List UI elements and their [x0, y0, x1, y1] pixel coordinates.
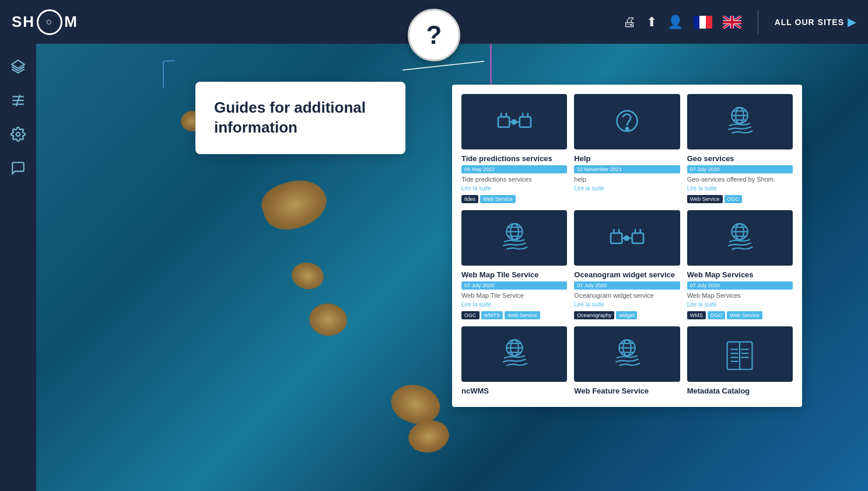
guide-card-desc: Geo-services offered by Shom. [687, 176, 793, 183]
guide-card-tags: WMSOGCWeb Service [687, 311, 793, 319]
guide-card-tags: tidesWeb Service [461, 195, 567, 203]
help-button[interactable]: ? [408, 9, 460, 61]
all-sites-arrow: ▶ [848, 16, 856, 29]
guide-card-image [687, 210, 793, 266]
guide-tag: OGC [708, 311, 726, 319]
guide-card[interactable]: Web Map Services07 July 2020Web Map Serv… [687, 210, 793, 319]
all-sites-button[interactable]: ALL OUR SITES ▶ [775, 16, 856, 29]
svg-rect-39 [632, 233, 643, 243]
guide-card[interactable]: Metadata Catalog [687, 326, 793, 398]
guide-card-link[interactable]: Lire la suite [687, 185, 793, 191]
guide-card-title: Geo services [687, 154, 793, 163]
logo[interactable]: SH ○ M [12, 9, 78, 35]
guide-card-link[interactable]: Lire la suite [574, 185, 680, 191]
guide-card-date: 07 July 2020 [687, 165, 793, 173]
guide-card-title: Tide predictions services [461, 154, 567, 163]
sidebar-item-settings[interactable] [7, 123, 29, 145]
guide-card-image [574, 210, 680, 266]
sidebar-item-chat[interactable] [7, 157, 29, 179]
guide-tag: widget [616, 311, 637, 319]
guide-card-title: Oceanogram widget service [574, 270, 680, 279]
guide-card-image [461, 210, 567, 266]
svg-rect-17 [498, 117, 509, 127]
guide-card-tags: Oceanographywidget [574, 311, 680, 319]
guides-panel[interactable]: Tide predictions services09 May 2022Tide… [452, 85, 802, 407]
share-icon[interactable]: ⬆ [646, 15, 657, 30]
guide-tag: Oceanography [574, 311, 614, 319]
guide-card-desc: help [574, 176, 680, 183]
guide-tag: OGC [461, 311, 480, 319]
guide-tag: WMS [687, 311, 706, 319]
user-icon[interactable]: 👤 [667, 15, 683, 30]
svg-rect-38 [611, 233, 622, 243]
guide-card-desc: Web Map Tile Service [461, 292, 567, 299]
callout-box: Guides for additional information [195, 82, 405, 154]
guide-card-link[interactable]: Lire la suite [687, 301, 793, 308]
guide-tag: Web Service [727, 311, 762, 319]
sidebar [0, 44, 36, 491]
guide-card-tags: OGCWMTSWeb Service [461, 311, 567, 319]
french-flag[interactable] [694, 16, 712, 29]
guide-card-link[interactable]: Lire la suite [461, 301, 567, 308]
guide-card-link[interactable]: Lire la suite [574, 301, 680, 308]
header-divider [758, 11, 758, 34]
print-icon[interactable]: 🖨 [623, 15, 636, 30]
guide-card-title: ncWMS [461, 386, 567, 395]
logo-circle: ○ [37, 9, 62, 35]
guide-card-date: 07 July 2020 [687, 281, 793, 290]
svg-point-27 [626, 127, 628, 130]
guide-card-date: 07 July 2020 [574, 281, 680, 290]
guide-card-image [574, 326, 680, 382]
guide-card-image [574, 94, 680, 149]
guide-card-image [461, 94, 567, 149]
guide-card-title: Web Feature Service [574, 386, 680, 395]
logo-text-sh: SH [12, 13, 35, 31]
guide-card-tags: Web ServiceOGC [687, 195, 793, 203]
guide-tag: Web Service [687, 195, 723, 203]
guide-tag: Web Service [480, 195, 516, 203]
guide-card-link[interactable]: Lire la suite [461, 185, 567, 191]
guide-card-image [687, 94, 793, 149]
guide-card[interactable]: Help22 November 2021helpLire la suite [574, 94, 680, 203]
guide-card-desc: Tide predictions services [461, 176, 567, 183]
callout-title: Guides for additional information [214, 98, 387, 138]
header-actions: 🖨 ⬆ 👤 ALL OUR SITES ▶ [623, 11, 856, 34]
guide-card[interactable]: Oceanogram widget service07 July 2020Oce… [574, 210, 680, 319]
guide-card-title: Help [574, 154, 680, 163]
guide-tag: Web Service [505, 311, 540, 319]
guide-tag: tides [461, 195, 478, 203]
svg-point-42 [625, 236, 629, 240]
guide-card-image [461, 326, 567, 382]
guide-card[interactable]: Geo services07 July 2020Geo-services off… [687, 94, 793, 203]
guide-card[interactable]: Tide predictions services09 May 2022Tide… [461, 94, 567, 203]
guide-card-title: Web Map Tile Service [461, 270, 567, 279]
guide-card-desc: Web Map Services [687, 292, 793, 299]
guide-card-date: 22 November 2021 [574, 165, 680, 173]
svg-rect-18 [519, 117, 530, 127]
guide-card-desc: Oceanogram widget service [574, 292, 680, 299]
guide-card-title: Metadata Catalog [687, 386, 793, 395]
sidebar-item-layers[interactable] [7, 55, 29, 78]
guide-card[interactable]: Web Feature Service [574, 326, 680, 398]
sidebar-item-tools[interactable] [7, 89, 29, 112]
svg-point-15 [16, 133, 20, 137]
guide-card[interactable]: Web Map Tile Service07 July 2020Web Map … [461, 210, 567, 319]
header: SH ○ M ? 🖨 ⬆ 👤 ALL OU [0, 0, 868, 44]
guide-card-date: 07 July 2020 [461, 281, 567, 290]
svg-point-21 [512, 120, 516, 124]
guide-card-date: 09 May 2022 [461, 165, 567, 173]
guide-tag: WMTS [481, 311, 503, 319]
logo-text-m: M [64, 13, 78, 31]
guide-tag: OGC [724, 195, 743, 203]
guide-card[interactable]: ncWMS [461, 326, 567, 398]
uk-flag[interactable] [723, 16, 741, 29]
guide-card-image [687, 326, 793, 382]
guide-card-title: Web Map Services [687, 270, 793, 279]
